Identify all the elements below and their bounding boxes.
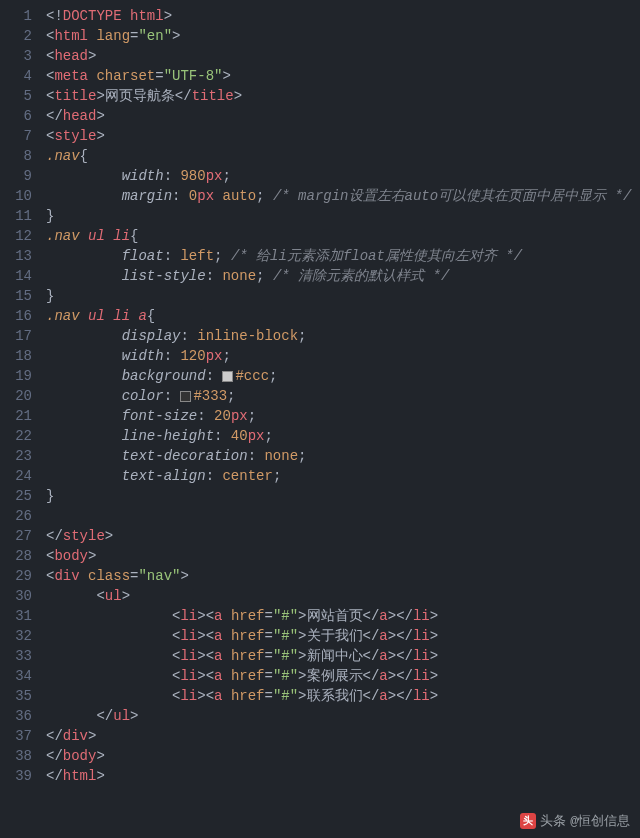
code-line: } xyxy=(46,486,640,506)
line-number: 34 xyxy=(0,666,32,686)
code-line: <head> xyxy=(46,46,640,66)
code-line: <ul> xyxy=(46,586,640,606)
line-number: 25 xyxy=(0,486,32,506)
code-line: text-align: center; xyxy=(46,466,640,486)
line-number: 15 xyxy=(0,286,32,306)
line-number: 8 xyxy=(0,146,32,166)
code-line: </ul> xyxy=(46,706,640,726)
code-line: <!DOCTYPE html> xyxy=(46,6,640,26)
code-line: <html lang="en"> xyxy=(46,26,640,46)
code-line: } xyxy=(46,286,640,306)
code-editor: 1234567891011121314151617181920212223242… xyxy=(0,0,640,838)
line-number: 38 xyxy=(0,746,32,766)
code-line: </head> xyxy=(46,106,640,126)
line-number: 30 xyxy=(0,586,32,606)
line-number: 14 xyxy=(0,266,32,286)
code-line: font-size: 20px; xyxy=(46,406,640,426)
code-line: display: inline-block; xyxy=(46,326,640,346)
line-number: 35 xyxy=(0,686,32,706)
code-line: <li><a href="#">网站首页</a></li> xyxy=(46,606,640,626)
code-line: <div class="nav"> xyxy=(46,566,640,586)
code-line xyxy=(46,506,640,526)
code-line: </style> xyxy=(46,526,640,546)
line-number: 24 xyxy=(0,466,32,486)
code-line: } xyxy=(46,206,640,226)
line-number: 33 xyxy=(0,646,32,666)
line-number: 7 xyxy=(0,126,32,146)
code-line: margin: 0px auto; /* margin设置左右auto可以使其在… xyxy=(46,186,640,206)
watermark-handle: @恒创信息 xyxy=(570,812,630,830)
line-number: 16 xyxy=(0,306,32,326)
code-line: .nav ul li{ xyxy=(46,226,640,246)
line-number: 29 xyxy=(0,566,32,586)
code-line: <style> xyxy=(46,126,640,146)
line-number: 23 xyxy=(0,446,32,466)
code-line: width: 980px; xyxy=(46,166,640,186)
code-line: float: left; /* 给li元素添加float属性使其向左对齐 */ xyxy=(46,246,640,266)
code-line: </div> xyxy=(46,726,640,746)
line-number: 37 xyxy=(0,726,32,746)
line-number: 5 xyxy=(0,86,32,106)
line-number: 3 xyxy=(0,46,32,66)
code-line: </html> xyxy=(46,766,640,786)
line-number: 27 xyxy=(0,526,32,546)
watermark-brand: 头条 xyxy=(540,812,566,830)
code-line: width: 120px; xyxy=(46,346,640,366)
code-line: .nav ul li a{ xyxy=(46,306,640,326)
line-number: 36 xyxy=(0,706,32,726)
line-number: 10 xyxy=(0,186,32,206)
watermark: 头 头条 @恒创信息 xyxy=(520,812,630,830)
line-number: 31 xyxy=(0,606,32,626)
code-line: <li><a href="#">联系我们</a></li> xyxy=(46,686,640,706)
line-number: 2 xyxy=(0,26,32,46)
line-number: 32 xyxy=(0,626,32,646)
watermark-icon: 头 xyxy=(520,813,536,829)
code-area[interactable]: <!DOCTYPE html><html lang="en"><head><me… xyxy=(40,0,640,838)
line-number: 1 xyxy=(0,6,32,26)
line-number: 22 xyxy=(0,426,32,446)
line-number: 21 xyxy=(0,406,32,426)
code-line: <body> xyxy=(46,546,640,566)
code-line: </body> xyxy=(46,746,640,766)
code-line: <li><a href="#">新闻中心</a></li> xyxy=(46,646,640,666)
line-number: 11 xyxy=(0,206,32,226)
code-line: .nav{ xyxy=(46,146,640,166)
code-line: list-style: none; /* 清除元素的默认样式 */ xyxy=(46,266,640,286)
line-number: 4 xyxy=(0,66,32,86)
line-number: 18 xyxy=(0,346,32,366)
line-number: 28 xyxy=(0,546,32,566)
code-line: <li><a href="#">案例展示</a></li> xyxy=(46,666,640,686)
code-line: text-decoration: none; xyxy=(46,446,640,466)
line-number-gutter: 1234567891011121314151617181920212223242… xyxy=(0,0,40,838)
line-number: 26 xyxy=(0,506,32,526)
line-number: 9 xyxy=(0,166,32,186)
code-line: <li><a href="#">关于我们</a></li> xyxy=(46,626,640,646)
line-number: 19 xyxy=(0,366,32,386)
code-line: line-height: 40px; xyxy=(46,426,640,446)
line-number: 17 xyxy=(0,326,32,346)
line-number: 39 xyxy=(0,766,32,786)
line-number: 6 xyxy=(0,106,32,126)
code-line: background: #ccc; xyxy=(46,366,640,386)
code-line: <meta charset="UTF-8"> xyxy=(46,66,640,86)
line-number: 12 xyxy=(0,226,32,246)
code-line: <title>网页导航条</title> xyxy=(46,86,640,106)
line-number: 13 xyxy=(0,246,32,266)
line-number: 20 xyxy=(0,386,32,406)
code-line: color: #333; xyxy=(46,386,640,406)
